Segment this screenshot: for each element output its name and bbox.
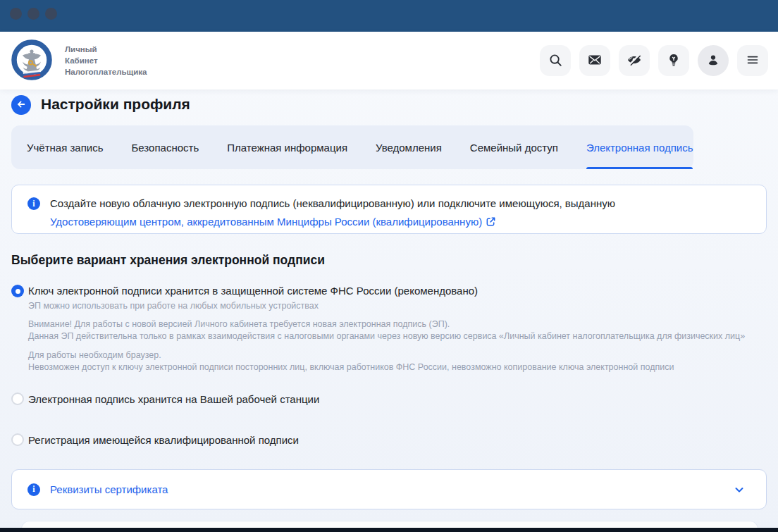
header-icon-row: [540, 45, 768, 76]
option-workstation-label[interactable]: Электронная подпись хранится на Вашей ра…: [28, 393, 319, 405]
brand-line-2: Кабинет: [65, 55, 147, 66]
messages-button[interactable]: [579, 45, 610, 76]
option-detail-warning: Внимание! Для работы с новой версией Лич…: [28, 318, 761, 342]
option-qualified-label[interactable]: Регистрация имеющейся квалифицированной …: [28, 434, 299, 446]
brand-title: Личный Кабинет Налогоплательщика: [65, 44, 147, 78]
app-header: Личный Кабинет Налогоплательщика: [0, 32, 778, 89]
accessibility-button[interactable]: [619, 45, 650, 76]
back-button[interactable]: [11, 95, 31, 115]
menu-button[interactable]: [737, 45, 768, 76]
brand-line-3: Налогоплательщика: [65, 66, 147, 78]
window-control-dot-3[interactable]: [45, 8, 57, 20]
eye-off-icon: [626, 52, 642, 70]
detail-line: Внимание! Для работы с новой версией Лич…: [28, 319, 450, 329]
app-window: Личный Кабинет Налогоплательщика: [0, 0, 778, 532]
info-icon: i: [27, 197, 40, 210]
mail-icon: [587, 52, 603, 70]
tab-electronic-signature[interactable]: Электронная подпись: [586, 125, 693, 169]
brand-line-1: Личный: [65, 44, 147, 55]
tab-notifications[interactable]: Уведомления: [376, 125, 442, 169]
banner-text: Создайте новую облачную электронную подп…: [50, 197, 615, 209]
option-detail-browser: Для работы необходим браузер. Невозможен…: [28, 349, 761, 373]
detail-line: Невозможен доступ к ключу электронной по…: [28, 362, 674, 372]
tab-security[interactable]: Безопасность: [132, 125, 199, 169]
chevron-down-icon[interactable]: [734, 484, 745, 495]
search-button[interactable]: [540, 45, 571, 76]
lightbulb-icon: [666, 52, 681, 70]
page-title: Настройки профиля: [41, 96, 190, 113]
tab-account[interactable]: Учётная запись: [27, 125, 104, 169]
certificate-details-expander[interactable]: i Реквизиты сертификата: [11, 469, 767, 509]
profile-tabs: Учётная запись Безопасность Платежная ин…: [11, 125, 693, 169]
tab-family-access[interactable]: Семейный доступ: [470, 125, 558, 169]
certification-center-link[interactable]: Удостоверяющим центром, аккредитованным …: [50, 216, 482, 228]
window-titlebar: [0, 0, 778, 32]
option-fns-storage-label[interactable]: Ключ электронной подписи хранится в защи…: [28, 285, 478, 297]
storage-section-heading: Выберите вариант хранения электронной по…: [11, 253, 325, 268]
fns-logo-icon[interactable]: [11, 39, 52, 80]
detail-line: Для работы необходим браузер.: [28, 350, 161, 360]
radio-fns-storage[interactable]: [11, 285, 24, 297]
certificate-details-label: Реквизиты сертификата: [50, 483, 168, 495]
window-bottom-edge: [0, 528, 778, 532]
profile-button[interactable]: [698, 45, 729, 76]
info-banner: i Создайте новую облачную электронную по…: [11, 185, 767, 234]
external-link-icon: [486, 214, 496, 233]
radio-qualified-signature[interactable]: [11, 433, 24, 446]
tab-payment-info[interactable]: Платежная информация: [227, 125, 347, 169]
info-icon: i: [27, 483, 40, 496]
search-icon: [548, 52, 563, 70]
window-control-dot-2[interactable]: [27, 8, 39, 20]
menu-icon: [745, 52, 760, 70]
option-detail-mobile: ЭП можно использовать при работе на любы…: [28, 300, 319, 312]
tips-button[interactable]: [658, 45, 689, 76]
user-icon: [705, 52, 721, 70]
radio-workstation-storage[interactable]: [11, 392, 24, 405]
detail-line: Данная ЭП действительна только в рамках …: [28, 331, 745, 341]
arrow-left-icon: [16, 99, 27, 112]
window-control-dot-1[interactable]: [10, 8, 22, 20]
